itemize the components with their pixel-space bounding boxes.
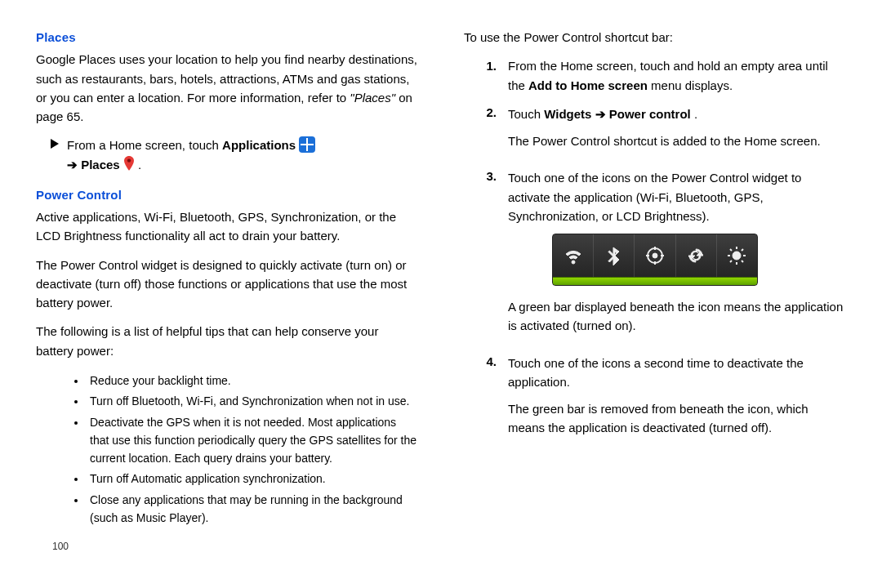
sync-toggle-icon <box>676 234 717 277</box>
step-2-a: Touch <box>508 107 544 121</box>
arrow-icon: ➔ <box>595 107 609 121</box>
step-2-num: 2. <box>482 103 497 159</box>
step-4: 4. Touch one of the icons a second time … <box>482 352 846 446</box>
step-period: . <box>138 158 141 172</box>
power-control-bold: Power control <box>609 107 691 121</box>
arrow-icon: ➔ <box>67 158 78 172</box>
svg-point-3 <box>733 252 741 260</box>
tip-item: Deactivate the GPS when it is not needed… <box>87 414 418 467</box>
step-bullet-icon <box>51 139 59 149</box>
step-3-a: Touch one of the icons on the Power Cont… <box>508 168 846 225</box>
bluetooth-toggle-icon <box>594 234 635 277</box>
pc-intro: To use the Power Control shortcut bar: <box>464 28 846 47</box>
places-step: From a Home screen, touch Applications ➔… <box>51 136 418 174</box>
step-3-body: Touch one of the icons on the Power Cont… <box>508 167 846 343</box>
add-to-home-bold: Add to Home screen <box>528 78 648 92</box>
step-4-after: The green bar is removed from beneath th… <box>508 399 846 438</box>
tip-item: Reduce your backlight time. <box>87 372 418 390</box>
step-4-num: 4. <box>482 352 497 446</box>
gps-toggle-icon <box>635 234 675 277</box>
places-heading: Places <box>36 28 418 47</box>
manual-page: Places Google Places uses your location … <box>0 0 882 563</box>
tip-item: Close any applications that may be runni… <box>87 492 418 527</box>
places-paragraph: Google Places uses your location to help… <box>36 50 418 126</box>
applications-icon <box>299 136 315 153</box>
step-text: From a Home screen, touch Applications ➔… <box>67 136 315 174</box>
step-1-num: 1. <box>482 56 497 95</box>
step-2-d: . <box>694 107 697 121</box>
step-4-a: Touch one of the icons a second time to … <box>508 354 846 392</box>
power-control-heading: Power Control <box>36 185 418 204</box>
places-pin-icon <box>123 156 135 171</box>
svg-point-2 <box>653 253 657 258</box>
places-ref-italic: "Places" <box>350 91 395 105</box>
step-2: 2. Touch Widgets ➔ Power control . The P… <box>482 103 846 159</box>
tips-list: Reduce your backlight time. Turn off Blu… <box>36 372 418 528</box>
tip-item: Turn off Bluetooth, Wi-Fi, and Synchroni… <box>87 393 418 411</box>
step-4-body: Touch one of the icons a second time to … <box>508 352 846 446</box>
step-3: 3. Touch one of the icons on the Power C… <box>482 167 846 343</box>
left-column: Places Google Places uses your location … <box>36 24 418 555</box>
widget-active-bar <box>553 277 757 285</box>
step-2-after: The Power Control shortcut is added to t… <box>508 131 846 150</box>
brightness-toggle-icon <box>717 234 757 277</box>
power-p1: Active applications, Wi-Fi, Bluetooth, G… <box>36 207 418 246</box>
tip-item: Turn off Automatic application synchroni… <box>87 470 418 488</box>
step-3-after: A green bar displayed beneath the icon m… <box>508 297 846 336</box>
power-control-widget <box>552 234 758 286</box>
step-1-c: menu displays. <box>651 78 733 92</box>
places-label: Places <box>81 158 120 172</box>
right-column: To use the Power Control shortcut bar: 1… <box>464 24 846 555</box>
widgets-bold: Widgets <box>544 107 591 121</box>
power-p2: The Power Control widget is designed to … <box>36 256 418 313</box>
wifi-toggle-icon <box>553 234 594 277</box>
page-number: 100 <box>52 539 418 555</box>
step-3-num: 3. <box>482 167 497 343</box>
step-1: 1. From the Home screen, touch and hold … <box>482 56 846 95</box>
power-p3: The following is a list of helpful tips … <box>36 322 418 360</box>
step-pre: From a Home screen, touch <box>67 138 222 152</box>
step-2-body: Touch Widgets ➔ Power control . The Powe… <box>508 103 846 159</box>
svg-point-0 <box>127 158 131 162</box>
applications-label: Applications <box>222 138 296 152</box>
step-1-body: From the Home screen, touch and hold an … <box>508 56 846 95</box>
